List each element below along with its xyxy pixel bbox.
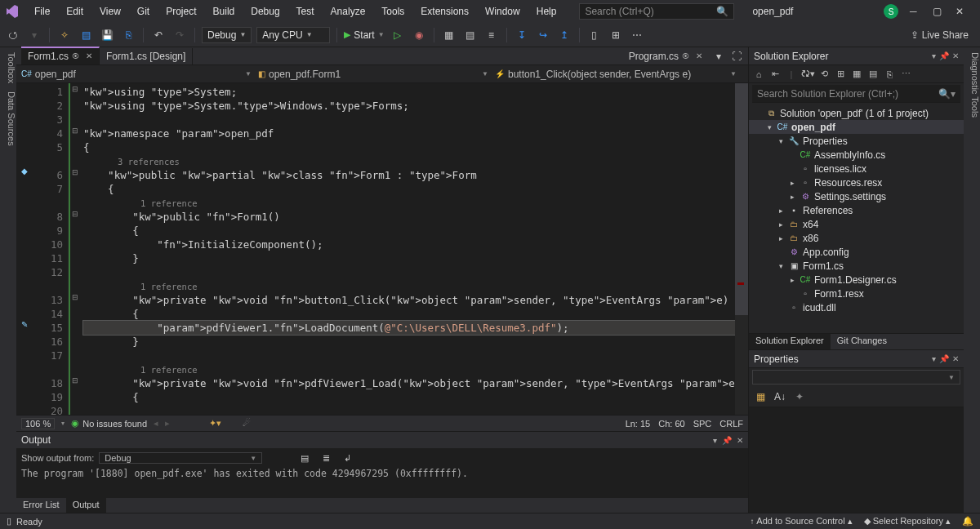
solution-search[interactable]: Search Solution Explorer (Ctrl+;) 🔍▾	[752, 85, 960, 103]
forward-icon[interactable]: ▾	[26, 27, 42, 43]
open-icon[interactable]: ▤	[78, 27, 94, 43]
pin-icon[interactable]: ⦿	[682, 52, 689, 60]
start-debug-button[interactable]: ▶ Start ▼	[344, 29, 384, 41]
outlining-margin[interactable]: ⊟⊟⊟⊟⊟⊟	[69, 83, 80, 415]
tree-node[interactable]: ▸🗀x86	[749, 231, 964, 245]
hot-reload-icon[interactable]: ◉	[411, 27, 427, 43]
tree-node[interactable]: ▾▣Form1.cs	[749, 259, 964, 273]
tab-form1-cs[interactable]: Form1.cs ⦿ ✕	[21, 47, 100, 64]
pin-icon[interactable]: ⦿	[72, 52, 79, 60]
tree-node[interactable]: ▸🗀x64	[749, 217, 964, 231]
tree-node[interactable]: C#AssemblyInfo.cs	[749, 148, 964, 162]
step-into-icon[interactable]: ↧	[514, 27, 530, 43]
pin-icon[interactable]: 📌	[939, 354, 949, 363]
output-source-combo[interactable]: Debug ▼	[99, 452, 262, 464]
select-repository[interactable]: ◆ Select Repository ▴	[864, 516, 951, 527]
events-icon[interactable]: ✦	[791, 389, 808, 405]
maximize-icon[interactable]: ▢	[933, 6, 944, 17]
zoom-combo[interactable]: 106 %	[21, 418, 55, 429]
menu-view[interactable]: View	[93, 2, 127, 20]
eol-indicator[interactable]: CRLF	[719, 419, 743, 429]
alphabetical-icon[interactable]: A↓	[772, 389, 788, 405]
tab-git-changes[interactable]: Git Changes	[831, 334, 893, 349]
breakpoint-margin[interactable]: ◆ ✎	[16, 83, 41, 415]
tree-node[interactable]: ▫Form1.resx	[749, 287, 964, 300]
menu-window[interactable]: Window	[479, 2, 527, 20]
show-all-icon[interactable]: ⊞	[834, 68, 847, 81]
tree-node[interactable]: ▸C#Form1.Designer.cs	[749, 273, 964, 287]
properties-title-bar[interactable]: Properties ▾ 📌 ✕	[749, 350, 964, 368]
user-avatar[interactable]: S	[884, 4, 898, 19]
toggle-wrap-icon[interactable]: ≣	[318, 450, 334, 466]
toolbar-icon[interactable]: ▯	[586, 27, 603, 43]
properties-icon[interactable]: ▤	[866, 68, 880, 81]
tab-program-cs[interactable]: Program.cs ⦿ ✕	[622, 48, 709, 64]
menu-debug[interactable]: Debug	[244, 2, 286, 20]
diagnostic-tools-tab[interactable]: Diagnostic Tools	[964, 52, 980, 118]
line-indicator[interactable]: Ln: 15	[626, 419, 651, 429]
save-icon[interactable]: 💾	[99, 27, 115, 43]
scrollbar-thumb[interactable]	[735, 83, 748, 315]
menu-tools[interactable]: Tools	[375, 2, 411, 20]
step-over-icon[interactable]: ↪	[535, 27, 551, 43]
code-editor[interactable]: ◆ ✎ 12345678910111213141516171819202122 …	[16, 83, 748, 415]
back-icon[interactable]: ⟲	[817, 68, 831, 81]
tab-solution-explorer[interactable]: Solution Explorer	[749, 334, 831, 349]
tree-node[interactable]: ⧉Solution 'open_pdf' (1 of 1 project)	[749, 106, 964, 120]
chevron-down-icon[interactable]: ▾	[932, 354, 936, 363]
fullscreen-icon[interactable]: ⛶	[728, 48, 745, 64]
indent-indicator[interactable]: SPC	[693, 419, 712, 429]
menu-git[interactable]: Git	[131, 2, 156, 20]
toolbar-icon[interactable]: ⋯	[629, 27, 645, 43]
nav-project-combo[interactable]: C# open_pdf ▼	[21, 69, 258, 80]
lightbulb-icon[interactable]: ✦▾	[209, 418, 221, 429]
close-icon[interactable]: ✕	[952, 354, 959, 363]
add-source-control[interactable]: ↑ Add to Source Control ▴	[751, 516, 853, 527]
collapse-icon[interactable]: ⇤	[768, 68, 782, 81]
nav-class-combo[interactable]: ◧ open_pdf.Form1 ▼	[258, 69, 495, 80]
nav-member-combo[interactable]: ⚡ button1_Click(object sender, EventArgs…	[495, 69, 743, 80]
properties-object-combo[interactable]: ▼	[752, 370, 960, 385]
chevron-down-icon[interactable]: ▾	[713, 436, 717, 445]
close-icon[interactable]: ✕	[737, 436, 743, 445]
code-area[interactable]: "kw">using "type">System;"kw">using "typ…	[80, 83, 735, 415]
notifications-icon[interactable]: 🔔	[962, 516, 973, 527]
col-indicator[interactable]: Ch: 60	[658, 419, 684, 429]
categorized-icon[interactable]: ▦	[752, 389, 768, 405]
menu-edit[interactable]: Edit	[60, 2, 90, 20]
home-icon[interactable]: ⌂	[752, 68, 765, 81]
menu-file[interactable]: File	[28, 2, 56, 20]
solution-platform-combo[interactable]: Any CPU ▼	[256, 27, 330, 43]
menu-analyze[interactable]: Analyze	[324, 2, 372, 20]
tab-error-list[interactable]: Error List	[16, 498, 66, 513]
clear-icon[interactable]: ▤	[296, 450, 313, 466]
tree-node[interactable]: ▾C#open_pdf	[749, 120, 964, 134]
save-all-icon[interactable]: ⎘	[120, 27, 136, 43]
start-without-debug-icon[interactable]: ▷	[390, 27, 406, 43]
live-share-button[interactable]: ⇪ Live Share	[911, 29, 975, 41]
chevron-down-icon[interactable]: ▾	[932, 51, 936, 60]
close-icon[interactable]: ✕	[956, 6, 967, 17]
tree-node[interactable]: ⚙App.config	[749, 245, 964, 259]
issues-indicator[interactable]: ◉ No issues found	[71, 418, 147, 429]
new-project-icon[interactable]: ✧	[56, 27, 73, 43]
preview-icon[interactable]: ⎘	[883, 68, 896, 81]
data-sources-tab[interactable]: Data Sources	[0, 91, 16, 146]
solution-config-combo[interactable]: Debug ▼	[202, 27, 252, 43]
close-tab-icon[interactable]: ✕	[86, 51, 92, 60]
step-out-icon[interactable]: ↥	[556, 27, 572, 43]
tab-form1-design[interactable]: Form1.cs [Design]	[100, 48, 193, 64]
solution-tree[interactable]: ⧉Solution 'open_pdf' (1 of 1 project)▾C#…	[749, 104, 964, 333]
vertical-scrollbar[interactable]	[735, 83, 748, 415]
goto-icon[interactable]: ↲	[339, 450, 355, 466]
menu-build[interactable]: Build	[207, 2, 242, 20]
toolbar-icon[interactable]: ▤	[462, 27, 479, 43]
sync-icon[interactable]: 🗘▾	[801, 68, 814, 81]
solution-explorer-title[interactable]: Solution Explorer ▾ 📌 ✕	[749, 47, 964, 65]
tab-overflow-icon[interactable]: ▾	[710, 48, 727, 64]
pin-icon[interactable]: 📌	[722, 436, 732, 445]
close-tab-icon[interactable]: ✕	[696, 51, 702, 60]
tree-node[interactable]: ▫licenses.licx	[749, 162, 964, 176]
menu-test[interactable]: Test	[290, 2, 321, 20]
quick-search[interactable]: Search (Ctrl+Q) 🔍	[579, 3, 734, 20]
